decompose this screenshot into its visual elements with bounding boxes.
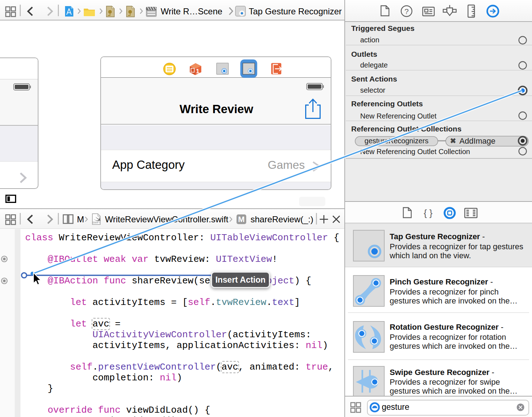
svg-text:✖: ✖ [450, 137, 456, 145]
svg-text:gestureRecognizers: gestureRecognizers [364, 137, 428, 145]
svg-text:{ }: { } [424, 208, 433, 218]
svg-text:M: M [238, 215, 244, 224]
svg-text:AddImage: AddImage [459, 136, 495, 145]
svg-text:?: ? [404, 7, 409, 15]
svg-text:SWIFT: SWIFT [92, 221, 100, 224]
